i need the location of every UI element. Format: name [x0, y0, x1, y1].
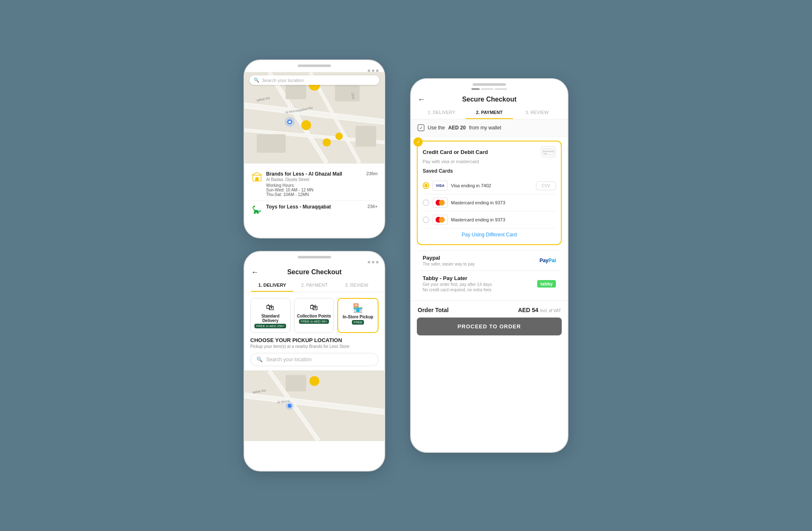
wallet-checkbox[interactable] [418, 124, 424, 131]
paypal-option[interactable]: Paypal The safer, easier way to pay PayP… [417, 250, 562, 270]
order-total-label: Order Total [418, 307, 448, 313]
delivery-options: 🛍 Standard Delivery FREE in AED 250+ 🛍 C… [244, 292, 384, 337]
svg-text:🦕: 🦕 [252, 205, 262, 214]
step-review[interactable]: 3. REVIEW [336, 279, 378, 292]
location-name: Toys for Less - Muraqqabat [266, 204, 364, 210]
steps-bar: 1. DELIVERY 2. PAYMENT 3. REVIEW [244, 279, 384, 292]
collection-points-option[interactable]: 🛍 Collection Points FREE in AED 99+ [294, 298, 334, 333]
svg-rect-11 [356, 126, 376, 146]
option-label: Collection Points [297, 314, 331, 318]
saved-card-row[interactable]: VISA Visa ending in 7402 CVV [423, 177, 556, 194]
svg-point-40 [288, 404, 292, 408]
search-icon: 🔍 [257, 357, 263, 362]
left-column: qabat Rd Al Murraqqabat Rd 21st 🔍 Search… [244, 60, 385, 471]
svg-rect-38 [286, 375, 306, 392]
map-search-placeholder: Search your location [262, 78, 304, 83]
card-radio[interactable] [423, 182, 429, 189]
tabby-option[interactable]: Tabby - Pay Later Get your order first, … [417, 270, 562, 296]
card-number: Mastercard ending in 9373 [451, 200, 556, 205]
pickup-title: CHOOSE YOUR PICKUP LOCATION [250, 337, 379, 343]
scroll-dot [481, 88, 493, 90]
paypal-subtitle: The safer, easier way to pay [423, 262, 475, 266]
paypal-title: Paypal [423, 255, 475, 261]
card-radio[interactable] [423, 216, 429, 223]
svg-point-15 [289, 121, 291, 123]
svg-rect-47 [544, 153, 547, 154]
tabby-subtitle-1: Get your order first, pay after 14 days. [423, 282, 493, 287]
location-hours: Working Hours: Sun-Wed: 10 AM - 12 MN Th… [266, 183, 363, 197]
steps-bar: 1. DELIVERY 2. PAYMENT 3. REVIEW [411, 107, 568, 119]
back-button[interactable]: ← [418, 95, 425, 104]
order-total-value: AED 54 Incl. of VAT [518, 307, 561, 313]
search-icon: 🔍 [254, 77, 259, 83]
svg-rect-31 [255, 177, 259, 181]
card-radio[interactable] [423, 199, 429, 206]
visa-badge: VISA [433, 181, 448, 191]
wallet-row: Use the AED 20 from my wallet [411, 119, 568, 136]
location-address: Al Badaa, Diyafa Street [266, 177, 363, 182]
location-distance: 236+ [367, 204, 378, 209]
collection-icon: 🛍 [297, 303, 331, 312]
option-label: In-Store Pickup [341, 315, 375, 319]
cvv-input[interactable]: CVV [536, 181, 556, 190]
checkout-phone-left: ← Secure Checkout 1. DELIVERY 2. PAYMENT… [244, 251, 385, 471]
pickup-section: CHOOSE YOUR PICKUP LOCATION Pickup your … [244, 337, 384, 370]
wallet-amount: AED 20 [448, 125, 466, 131]
tabby-subtitle-2: No credit card required, no extra fees [423, 288, 493, 292]
option-badge: FREE in AED 99+ [299, 319, 329, 324]
checkout-header-right: ← Secure Checkout [411, 91, 568, 107]
location-distance: 236m [366, 171, 378, 176]
step-delivery[interactable]: 1. DELIVERY [418, 107, 466, 119]
wallet-text-suffix: from my wallet [469, 125, 501, 131]
card-number: Mastercard ending in 9373 [451, 217, 556, 222]
step-delivery[interactable]: 1. DELIVERY [251, 279, 293, 292]
card-header: Credit Card or Debit Card [423, 146, 556, 157]
map-area: qabat Rd Al Murraqqabat Rd 21st 🔍 Search… [244, 72, 384, 164]
card-title: Credit Card or Debit Card [423, 149, 488, 155]
store-pickup-icon: 🏪 [341, 303, 375, 313]
standard-delivery-option[interactable]: 🛍 Standard Delivery FREE in AED 250+ [250, 298, 291, 333]
tabby-title: Tabby - Pay Later [423, 275, 493, 281]
order-total-bar: Order Total AED 54 Incl. of VAT [411, 300, 568, 318]
scroll-indicator [411, 86, 568, 91]
delivery-icon: 🛍 [253, 303, 288, 312]
checkout-phone-right: ← Secure Checkout 1. DELIVERY 2. PAYMENT… [410, 78, 568, 453]
list-item[interactable]: Brands for Less - Al Ghazal Mall Al Bada… [251, 168, 378, 201]
store-icon: 🦕 [251, 204, 263, 216]
selected-check: ✓ [413, 137, 423, 146]
card-subtitle: Pay with visa or mastercard [423, 159, 556, 164]
option-label: Standard Delivery [253, 314, 288, 323]
saved-card-row[interactable]: Mastercard ending in 9373 [423, 211, 556, 228]
phone-dots [244, 258, 384, 263]
scroll-dot [471, 88, 480, 90]
step-payment[interactable]: 2. PAYMENT [466, 107, 513, 119]
list-item[interactable]: 🦕 Toys for Less - Muraqqabat 236+ [251, 201, 378, 219]
page-title: Secure Checkout [287, 268, 342, 276]
map-search-bar[interactable]: 🔍 Search your location [249, 75, 379, 85]
pickup-subtitle: Pickup your item(s) at a nearby Brands f… [250, 344, 379, 349]
back-button[interactable]: ← [251, 268, 259, 277]
pay-different-link[interactable]: Pay Using Different Card [423, 228, 556, 239]
mastercard-badge [433, 215, 448, 225]
saved-card-row[interactable]: Mastercard ending in 9373 [423, 194, 556, 211]
svg-rect-46 [543, 151, 554, 152]
store-icon [251, 171, 263, 183]
option-badge: FREE in AED 250+ [254, 324, 286, 328]
location-details: Brands for Less - Al Ghazal Mall Al Bada… [266, 171, 363, 197]
location-name: Brands for Less - Al Ghazal Mall [266, 171, 363, 177]
in-store-pickup-option[interactable]: 🏪 In-Store Pickup FREE [337, 298, 379, 333]
phone-dots [244, 67, 384, 72]
page-title: Secure Checkout [462, 96, 517, 103]
mini-map: qabat Rd Al Murra [244, 370, 384, 441]
checkout-header-left: ← Secure Checkout [244, 263, 384, 279]
step-payment[interactable]: 2. PAYMENT [293, 279, 335, 292]
paypal-logo: PayPal [540, 258, 556, 263]
vat-label: Incl. of VAT [540, 308, 561, 313]
card-number: Visa ending in 7402 [451, 183, 533, 188]
payment-section: ✓ Credit Card or Debit Card Pay with vis… [411, 136, 568, 300]
proceed-to-order-button[interactable]: PROCEED TO ORDER [417, 318, 562, 335]
scroll-dot [495, 88, 507, 90]
step-review[interactable]: 3. REVIEW [513, 107, 561, 119]
mastercard-badge [433, 198, 448, 208]
search-location-bar[interactable]: 🔍 Search your location [250, 353, 379, 366]
